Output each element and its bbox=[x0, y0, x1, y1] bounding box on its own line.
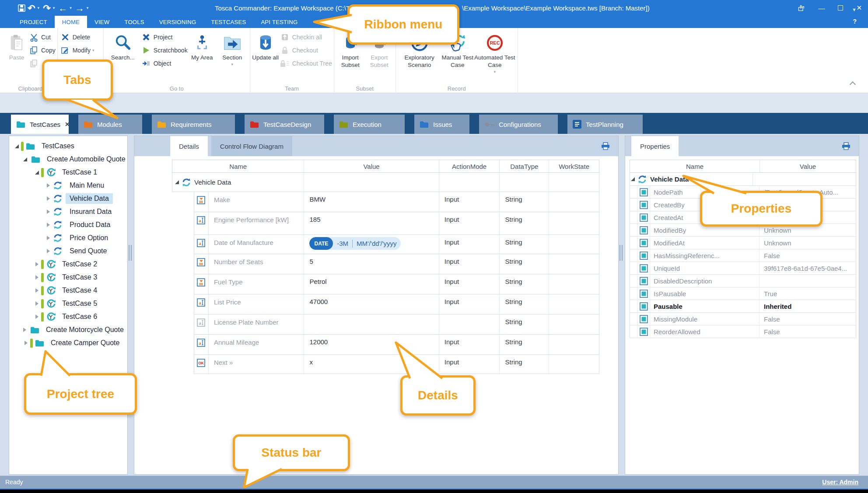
object-button[interactable]: Object bbox=[140, 57, 188, 70]
expand-icon[interactable] bbox=[34, 301, 39, 306]
expand-icon[interactable] bbox=[46, 223, 51, 227]
ribbon-tab-tools[interactable]: TOOLS bbox=[117, 16, 151, 28]
workspace-tab-testplanning[interactable]: TestPlanning bbox=[567, 115, 643, 134]
workspace-tab-execution[interactable]: Execution bbox=[334, 115, 405, 134]
collapse-icon[interactable] bbox=[14, 144, 19, 148]
redo-dropdown-icon[interactable]: ▾ bbox=[53, 6, 55, 10]
details-row-make[interactable]: MakeBMWInputString bbox=[194, 192, 599, 212]
tree-item-testcases[interactable]: TestCases bbox=[9, 140, 127, 153]
tree-item-send-quote[interactable]: Send Quote bbox=[9, 245, 127, 258]
details-row-license-plate-number[interactable]: aLicense Plate NumberString bbox=[194, 315, 599, 335]
automated-test-case-button[interactable]: RECAutomated Test Case▾ bbox=[474, 30, 516, 83]
properties-row-modifiedat[interactable]: ModifiedAtUnknown bbox=[630, 237, 856, 249]
modify-button[interactable]: Modify▾ bbox=[60, 44, 102, 57]
workspace-tab-configurations[interactable]: Configurations bbox=[479, 115, 558, 134]
tree-item-testcase-4[interactable]: TestCase 4 bbox=[9, 284, 127, 297]
minimize-button[interactable]: — bbox=[818, 4, 825, 12]
tree-item-main-menu[interactable]: Main Menu bbox=[9, 179, 127, 192]
expand-icon[interactable] bbox=[34, 288, 39, 293]
details-row-engine-performance-kw[interactable]: aEngine Performance [kW]185InputString bbox=[194, 212, 599, 235]
paste-button[interactable]: Paste bbox=[5, 30, 28, 83]
properties-row-reorderallowed[interactable]: ReorderAllowedFalse bbox=[630, 325, 856, 338]
tree-item-testcase-5[interactable]: TestCase 5 bbox=[9, 297, 127, 310]
maximize-button[interactable] bbox=[838, 5, 843, 10]
my-area-button[interactable]: My Area bbox=[188, 30, 217, 83]
tree-item-product-data[interactable]: Product Data bbox=[9, 218, 127, 231]
expand-icon[interactable] bbox=[46, 236, 51, 240]
tree-item-price-option[interactable]: Price Option bbox=[9, 231, 127, 245]
workspace-tab-testcases[interactable]: TestCases✕ bbox=[11, 115, 69, 134]
collapse-icon[interactable] bbox=[174, 180, 179, 184]
ribbon-tab-versioning[interactable]: VERSIONING bbox=[152, 16, 204, 28]
tab-details[interactable]: Details bbox=[170, 136, 208, 156]
expand-icon[interactable] bbox=[34, 262, 39, 266]
properties-row-missingmodule[interactable]: MissingModuleFalse bbox=[630, 313, 856, 325]
tab-properties[interactable]: Properties bbox=[631, 136, 679, 156]
details-row-date-of-manufacture[interactable]: aDate of ManufactureDATE-3MMM'/'dd'/'yyy… bbox=[194, 235, 599, 254]
tree-item-create-motorcycle-quote[interactable]: Create Motorcycle Quote bbox=[9, 323, 127, 336]
print-icon[interactable] bbox=[601, 142, 610, 150]
collapse-icon[interactable] bbox=[34, 171, 39, 175]
expand-icon[interactable] bbox=[46, 196, 51, 201]
properties-row-pausable[interactable]: PausableInherited bbox=[630, 300, 856, 313]
expand-icon[interactable] bbox=[34, 315, 39, 319]
collapse-icon[interactable] bbox=[23, 157, 27, 161]
pin-ribbon-icon[interactable] bbox=[798, 4, 805, 12]
tree-item-testcase-2[interactable]: TestCase 2 bbox=[9, 258, 127, 271]
ribbon-tab-home[interactable]: HOME bbox=[55, 16, 87, 28]
splitter-handle[interactable] bbox=[620, 245, 623, 261]
expand-icon[interactable] bbox=[46, 249, 51, 253]
tab-overflow-icon[interactable]: ▼ bbox=[852, 7, 857, 12]
tree-item-create-automobile-quote[interactable]: Create Automobile Quote bbox=[9, 153, 127, 166]
expand-icon[interactable] bbox=[34, 275, 39, 280]
current-user-link[interactable]: User: Admin bbox=[822, 479, 858, 486]
update-all-button[interactable]: Update all bbox=[252, 30, 279, 83]
workspace-tab-testcasedesign[interactable]: TestCaseDesign bbox=[245, 115, 324, 134]
cut-button[interactable]: Cut bbox=[28, 31, 56, 44]
save-icon[interactable] bbox=[18, 4, 26, 12]
ribbon-tab-project[interactable]: PROJECT bbox=[12, 16, 55, 28]
tree-item-testcase-3[interactable]: TestCase 3 bbox=[9, 271, 127, 284]
expand-icon[interactable] bbox=[23, 328, 26, 332]
date-value-chip[interactable]: DATE-3MMM'/'dd'/'yyyy bbox=[309, 237, 400, 250]
redo-icon[interactable]: ↷ bbox=[43, 3, 51, 13]
collapse-icon[interactable] bbox=[630, 177, 635, 181]
tree-item-insurant-data[interactable]: Insurant Data bbox=[9, 205, 127, 218]
details-row-fuel-type[interactable]: Fuel TypePetrolInputString bbox=[194, 274, 599, 294]
tree-item-testcase-1[interactable]: TestCase 1 bbox=[9, 166, 127, 179]
tree-item-vehicle-data[interactable]: Vehicle Data bbox=[9, 192, 127, 205]
checkout-tree-button[interactable]: Checkout Tree bbox=[279, 57, 332, 70]
forward-dropdown-icon[interactable]: ▾ bbox=[87, 6, 89, 10]
ribbon-tab-view[interactable]: VIEW bbox=[87, 16, 117, 28]
tree-item-testcase-6[interactable]: TestCase 6 bbox=[9, 310, 127, 323]
undo-icon[interactable]: ↶ bbox=[28, 3, 35, 13]
tab-control-flow-diagram[interactable]: Control Flow Diagram bbox=[211, 136, 292, 156]
details-row-vehicle-data[interactable]: Vehicle Data bbox=[172, 173, 599, 192]
properties-row-ispausable[interactable]: IsPausableTrue bbox=[630, 287, 856, 300]
scratchbook-button[interactable]: Scratchbook bbox=[140, 44, 188, 57]
project-button[interactable]: Project bbox=[140, 31, 188, 44]
back-dropdown-icon[interactable]: ▾ bbox=[70, 6, 72, 10]
copy-button[interactable]: Copy bbox=[28, 44, 56, 57]
navigate-forward-icon[interactable]: → bbox=[75, 3, 84, 13]
help-button[interactable]: ? bbox=[853, 18, 857, 25]
section-button[interactable]: Section▾ bbox=[217, 30, 248, 83]
undo-dropdown-icon[interactable]: ▾ bbox=[38, 6, 40, 10]
details-row-list-price[interactable]: aList Price47000InputString bbox=[194, 294, 599, 315]
workspace-tab-requirements[interactable]: Requirements bbox=[152, 115, 235, 134]
properties-row-disableddescription[interactable]: DisabledDescription bbox=[630, 275, 856, 287]
expand-icon[interactable] bbox=[23, 341, 28, 345]
checkout-button[interactable]: Checkout bbox=[279, 44, 332, 57]
delete-button[interactable]: Delete bbox=[60, 31, 102, 44]
expand-icon[interactable] bbox=[46, 210, 51, 214]
details-row-number-of-seats[interactable]: Number of Seats5InputString bbox=[194, 254, 599, 274]
ribbon-tab-api-testing[interactable]: API TESTING bbox=[253, 16, 305, 28]
workspace-tab-issues[interactable]: Issues bbox=[414, 115, 469, 134]
properties-row-uniqueid[interactable]: UniqueId39f617e8-6a1d-67e5-0ae4... bbox=[630, 262, 856, 275]
navigate-back-icon[interactable]: ← bbox=[58, 3, 67, 13]
properties-row-hasmissingreferenc[interactable]: HasMissingReferenc...False bbox=[630, 249, 856, 262]
close-button[interactable]: ✕ bbox=[856, 4, 862, 12]
splitter-handle[interactable] bbox=[129, 245, 132, 261]
expand-icon[interactable] bbox=[46, 183, 51, 188]
print-icon[interactable] bbox=[841, 142, 851, 150]
